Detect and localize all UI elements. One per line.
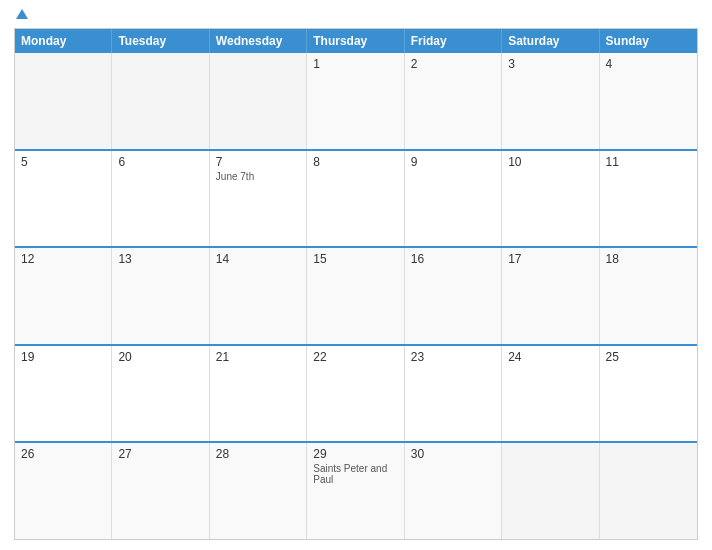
- day-number: 21: [216, 350, 300, 364]
- calendar-cell: 21: [210, 346, 307, 442]
- day-number: 15: [313, 252, 397, 266]
- calendar-cell: 9: [405, 151, 502, 247]
- day-number: 8: [313, 155, 397, 169]
- day-number: 10: [508, 155, 592, 169]
- calendar-cell: 13: [112, 248, 209, 344]
- calendar-cell: [112, 53, 209, 149]
- weekday-header-row: MondayTuesdayWednesdayThursdayFridaySatu…: [15, 29, 697, 53]
- day-number: 18: [606, 252, 691, 266]
- calendar-week-3: 12131415161718: [15, 246, 697, 344]
- calendar-event: June 7th: [216, 171, 300, 182]
- calendar-cell: 1: [307, 53, 404, 149]
- day-number: 2: [411, 57, 495, 71]
- logo-triangle-icon: [16, 9, 28, 19]
- weekday-header-monday: Monday: [15, 29, 112, 53]
- day-number: 4: [606, 57, 691, 71]
- calendar-cell: 11: [600, 151, 697, 247]
- calendar-body: 1234567June 7th8910111213141516171819202…: [15, 53, 697, 539]
- calendar-cell: 17: [502, 248, 599, 344]
- calendar-cell: 19: [15, 346, 112, 442]
- day-number: 12: [21, 252, 105, 266]
- calendar-cell: 20: [112, 346, 209, 442]
- calendar-cell: 8: [307, 151, 404, 247]
- day-number: 19: [21, 350, 105, 364]
- calendar-cell: 3: [502, 53, 599, 149]
- calendar-cell: 26: [15, 443, 112, 539]
- calendar-cell: 12: [15, 248, 112, 344]
- weekday-header-thursday: Thursday: [307, 29, 404, 53]
- calendar-cell: [210, 53, 307, 149]
- weekday-header-friday: Friday: [405, 29, 502, 53]
- day-number: 9: [411, 155, 495, 169]
- day-number: 27: [118, 447, 202, 461]
- weekday-header-saturday: Saturday: [502, 29, 599, 53]
- calendar-page: MondayTuesdayWednesdayThursdayFridaySatu…: [0, 0, 712, 550]
- day-number: 29: [313, 447, 397, 461]
- day-number: 6: [118, 155, 202, 169]
- calendar-week-4: 19202122232425: [15, 344, 697, 442]
- calendar-grid: MondayTuesdayWednesdayThursdayFridaySatu…: [14, 28, 698, 540]
- calendar-cell: 4: [600, 53, 697, 149]
- calendar-cell: [600, 443, 697, 539]
- day-number: 13: [118, 252, 202, 266]
- calendar-cell: 30: [405, 443, 502, 539]
- calendar-cell: 24: [502, 346, 599, 442]
- day-number: 14: [216, 252, 300, 266]
- day-number: 23: [411, 350, 495, 364]
- calendar-cell: 2: [405, 53, 502, 149]
- calendar-week-5: 26272829Saints Peter and Paul30: [15, 441, 697, 539]
- calendar-cell: [15, 53, 112, 149]
- calendar-cell: 18: [600, 248, 697, 344]
- calendar-cell: 6: [112, 151, 209, 247]
- calendar-cell: 25: [600, 346, 697, 442]
- calendar-cell: 15: [307, 248, 404, 344]
- day-number: 1: [313, 57, 397, 71]
- calendar-cell: 22: [307, 346, 404, 442]
- day-number: 22: [313, 350, 397, 364]
- calendar-cell: 29Saints Peter and Paul: [307, 443, 404, 539]
- calendar-cell: 16: [405, 248, 502, 344]
- calendar-week-2: 567June 7th891011: [15, 149, 697, 247]
- day-number: 20: [118, 350, 202, 364]
- day-number: 5: [21, 155, 105, 169]
- day-number: 16: [411, 252, 495, 266]
- day-number: 11: [606, 155, 691, 169]
- calendar-event: Saints Peter and Paul: [313, 463, 397, 485]
- weekday-header-tuesday: Tuesday: [112, 29, 209, 53]
- day-number: 26: [21, 447, 105, 461]
- calendar-week-1: 1234: [15, 53, 697, 149]
- calendar-cell: 27: [112, 443, 209, 539]
- weekday-header-wednesday: Wednesday: [210, 29, 307, 53]
- logo: [14, 10, 30, 20]
- calendar-cell: 28: [210, 443, 307, 539]
- calendar-cell: 23: [405, 346, 502, 442]
- weekday-header-sunday: Sunday: [600, 29, 697, 53]
- day-number: 17: [508, 252, 592, 266]
- calendar-cell: 7June 7th: [210, 151, 307, 247]
- calendar-cell: 5: [15, 151, 112, 247]
- day-number: 25: [606, 350, 691, 364]
- day-number: 24: [508, 350, 592, 364]
- day-number: 3: [508, 57, 592, 71]
- calendar-cell: 14: [210, 248, 307, 344]
- day-number: 28: [216, 447, 300, 461]
- day-number: 30: [411, 447, 495, 461]
- day-number: 7: [216, 155, 300, 169]
- calendar-cell: 10: [502, 151, 599, 247]
- page-header: [14, 10, 698, 20]
- calendar-cell: [502, 443, 599, 539]
